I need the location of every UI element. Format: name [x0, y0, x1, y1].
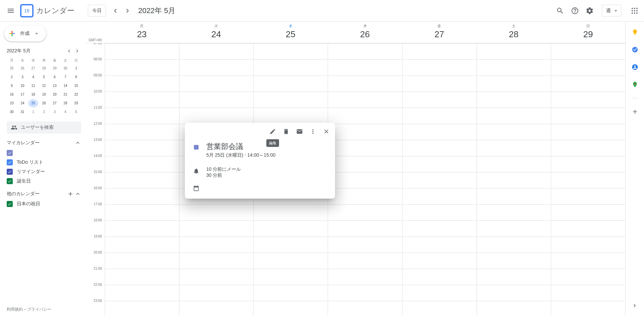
hour-cell[interactable]: [105, 124, 179, 140]
mini-day-cell[interactable]: 23: [7, 99, 17, 107]
hour-cell[interactable]: [477, 237, 551, 253]
edit-event-button[interactable]: 編集: [267, 125, 279, 138]
hour-cell[interactable]: [105, 172, 179, 189]
hour-cell[interactable]: [179, 237, 254, 253]
hour-cell[interactable]: [328, 253, 402, 269]
prev-period-button[interactable]: [110, 5, 121, 16]
hour-cell[interactable]: [477, 285, 551, 301]
hour-cell[interactable]: [328, 269, 402, 285]
mini-day-cell[interactable]: 20: [50, 91, 60, 99]
hour-cell[interactable]: [328, 108, 402, 124]
day-header[interactable]: 火24: [179, 21, 254, 43]
mini-day-cell[interactable]: 21: [60, 91, 70, 99]
hour-cell[interactable]: [179, 269, 254, 285]
day-column[interactable]: [477, 44, 551, 315]
hour-cell[interactable]: [551, 44, 625, 60]
logo[interactable]: 16 カレンダー: [20, 4, 74, 17]
hour-cell[interactable]: [105, 269, 179, 285]
day-column[interactable]: [328, 44, 402, 315]
calendar-item[interactable]: ToDo リスト: [7, 158, 81, 167]
mini-day-cell[interactable]: 27: [28, 64, 38, 72]
hour-cell[interactable]: [254, 301, 328, 315]
calendar-checkbox[interactable]: [7, 178, 13, 184]
hour-cell[interactable]: [402, 221, 477, 237]
footer-links[interactable]: 利用規約 – プライバシー: [7, 307, 51, 312]
mini-day-cell[interactable]: 28: [60, 99, 70, 107]
hour-cell[interactable]: [179, 301, 254, 315]
hour-cell[interactable]: [179, 60, 254, 76]
hour-cell[interactable]: [254, 221, 328, 237]
day-header[interactable]: 金27: [402, 21, 477, 43]
mini-day-cell[interactable]: 30: [60, 64, 70, 72]
mini-day-cell[interactable]: 17: [17, 91, 28, 99]
hour-cell[interactable]: [402, 205, 477, 221]
hour-cell[interactable]: [328, 140, 402, 156]
hour-cell[interactable]: [477, 156, 551, 172]
hour-cell[interactable]: [477, 60, 551, 76]
hour-cell[interactable]: [402, 156, 477, 172]
hour-cell[interactable]: [179, 253, 254, 269]
hour-cell[interactable]: [328, 60, 402, 76]
hour-cell[interactable]: [551, 92, 625, 108]
hour-cell[interactable]: [254, 253, 328, 269]
mini-day-cell[interactable]: 10: [17, 82, 28, 90]
tasks-button[interactable]: [628, 43, 642, 56]
mini-day-cell[interactable]: 2: [7, 73, 17, 81]
mini-cal-prev[interactable]: [65, 47, 73, 55]
hour-cell[interactable]: [105, 92, 179, 108]
hour-cell[interactable]: [402, 285, 477, 301]
hour-cell[interactable]: [105, 237, 179, 253]
mini-day-cell[interactable]: 5: [71, 108, 81, 116]
hour-cell[interactable]: [254, 76, 328, 92]
hour-cell[interactable]: [551, 76, 625, 92]
hour-cell[interactable]: [179, 76, 254, 92]
mini-day-cell[interactable]: 5: [39, 73, 49, 81]
mini-day-cell[interactable]: 14: [60, 82, 70, 90]
hour-cell[interactable]: [402, 44, 477, 60]
day-column[interactable]: [551, 44, 625, 315]
mini-cal-next[interactable]: [73, 47, 81, 55]
mini-day-cell[interactable]: 6: [50, 73, 60, 81]
hour-cell[interactable]: [477, 140, 551, 156]
hour-cell[interactable]: [551, 285, 625, 301]
mini-day-cell[interactable]: 4: [60, 108, 70, 116]
email-guests-button[interactable]: [293, 125, 306, 138]
mini-day-cell[interactable]: 29: [50, 64, 60, 72]
hour-cell[interactable]: [551, 172, 625, 189]
hour-cell[interactable]: [328, 156, 402, 172]
google-apps-button[interactable]: [628, 4, 641, 17]
settings-button[interactable]: [583, 4, 596, 17]
hour-cell[interactable]: [551, 221, 625, 237]
hour-cell[interactable]: [402, 124, 477, 140]
mini-day-cell[interactable]: 1: [71, 64, 81, 72]
get-addons-button[interactable]: [628, 105, 642, 118]
hour-cell[interactable]: [105, 205, 179, 221]
hour-cell[interactable]: [402, 140, 477, 156]
today-button[interactable]: 今日: [88, 5, 106, 17]
mini-day-cell[interactable]: 30: [7, 108, 17, 116]
hour-cell[interactable]: [477, 124, 551, 140]
hour-cell[interactable]: [551, 156, 625, 172]
hour-cell[interactable]: [551, 189, 625, 205]
mini-day-cell[interactable]: 26: [17, 64, 28, 72]
hour-cell[interactable]: [328, 76, 402, 92]
options-button[interactable]: [307, 125, 319, 138]
hour-cell[interactable]: [477, 92, 551, 108]
day-header[interactable]: 日29: [551, 21, 625, 43]
hour-cell[interactable]: [551, 269, 625, 285]
hour-cell[interactable]: [477, 76, 551, 92]
create-button[interactable]: 作成: [4, 25, 46, 42]
hour-cell[interactable]: [254, 285, 328, 301]
calendar-checkbox[interactable]: [7, 159, 13, 165]
hour-cell[interactable]: [105, 60, 179, 76]
mini-day-cell[interactable]: 7: [60, 73, 70, 81]
hour-cell[interactable]: [105, 253, 179, 269]
hour-cell[interactable]: [179, 205, 254, 221]
mini-day-cell[interactable]: 24: [17, 99, 28, 107]
hour-cell[interactable]: [402, 253, 477, 269]
hour-cell[interactable]: [254, 44, 328, 60]
hour-cell[interactable]: [105, 301, 179, 315]
hour-cell[interactable]: [477, 108, 551, 124]
maps-button[interactable]: [628, 78, 642, 91]
hour-cell[interactable]: [254, 269, 328, 285]
